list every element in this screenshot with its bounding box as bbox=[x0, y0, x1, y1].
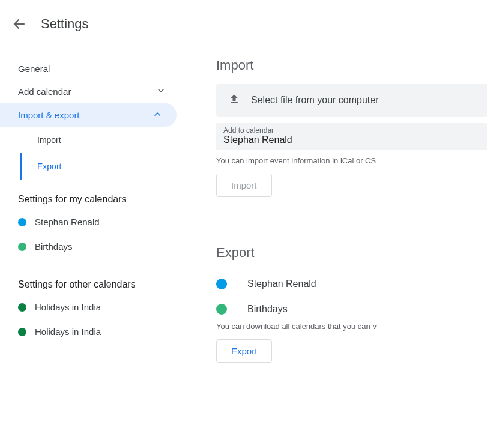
export-helper-text: You can download all calendars that you … bbox=[216, 322, 487, 331]
export-button-label: Export bbox=[231, 346, 257, 356]
export-calendar-name: Stephan Renald bbox=[247, 279, 316, 289]
calendar-name: Holidays in India bbox=[35, 327, 101, 337]
export-section-title: Export bbox=[216, 245, 487, 261]
import-section-title: Import bbox=[216, 58, 487, 73]
import-button-label: Import bbox=[231, 180, 257, 190]
main-content: Import Select file from your computer Ad… bbox=[180, 43, 487, 377]
import-helper-text: You can import event information in iCal… bbox=[216, 156, 487, 165]
calendar-color-dot bbox=[18, 328, 26, 336]
calendar-color-dot bbox=[18, 303, 26, 312]
calendar-color-dot bbox=[216, 304, 227, 315]
calendar-name: Stephan Renald bbox=[35, 217, 100, 227]
chevron-down-icon bbox=[156, 86, 166, 97]
section-header-my-calendars: Settings for my calendars bbox=[0, 180, 180, 210]
chevron-up-icon bbox=[153, 109, 162, 121]
sidebar-item-general[interactable]: General bbox=[0, 58, 180, 80]
add-to-calendar-value: Stephan Renald bbox=[223, 135, 480, 145]
sidebar: General Add calendar Import & export Imp… bbox=[0, 43, 180, 377]
sidebar-subitem-label: Export bbox=[37, 162, 61, 171]
calendar-color-dot bbox=[18, 218, 26, 226]
add-to-calendar-select[interactable]: Add to calendar Stephan Renald bbox=[216, 123, 487, 150]
sidebar-item-label: Import & export bbox=[18, 110, 80, 120]
calendar-name: Birthdays bbox=[35, 241, 73, 252]
page-title: Settings bbox=[41, 16, 89, 32]
add-to-calendar-label: Add to calendar bbox=[223, 126, 480, 135]
calendar-item[interactable]: Holidays in India bbox=[0, 295, 180, 319]
import-button[interactable]: Import bbox=[216, 174, 272, 197]
select-file-label: Select file from your computer bbox=[251, 95, 379, 106]
sidebar-item-label: Add calendar bbox=[18, 86, 71, 97]
export-calendar-name: Birthdays bbox=[247, 304, 288, 315]
sidebar-subitem-export[interactable]: Export bbox=[20, 153, 180, 180]
export-button[interactable]: Export bbox=[216, 339, 272, 363]
calendar-item[interactable]: Holidays in India bbox=[0, 319, 180, 344]
sidebar-subitem-import[interactable]: Import bbox=[20, 127, 180, 153]
sidebar-item-label: General bbox=[18, 64, 50, 74]
calendar-item[interactable]: Birthdays bbox=[0, 234, 180, 259]
sidebar-sublist: Import Export bbox=[0, 127, 180, 180]
sidebar-item-import-export[interactable]: Import & export bbox=[0, 103, 177, 127]
export-calendar-row: Stephan Renald bbox=[216, 271, 487, 297]
export-section: Export Stephan Renald Birthdays You can … bbox=[216, 245, 487, 363]
calendar-color-dot bbox=[216, 279, 227, 289]
calendar-color-dot bbox=[18, 243, 26, 251]
sidebar-subitem-label: Import bbox=[37, 135, 61, 145]
sidebar-item-add-calendar[interactable]: Add calendar bbox=[0, 80, 180, 103]
settings-header: Settings bbox=[0, 5, 487, 43]
upload-icon bbox=[228, 93, 240, 107]
back-arrow-icon[interactable] bbox=[12, 17, 26, 31]
calendar-item[interactable]: Stephan Renald bbox=[0, 210, 180, 234]
calendar-name: Holidays in India bbox=[35, 302, 101, 312]
select-file-button[interactable]: Select file from your computer bbox=[216, 84, 487, 117]
section-header-other-calendars: Settings for other calendars bbox=[0, 259, 180, 295]
export-calendar-row: Birthdays bbox=[216, 297, 487, 322]
